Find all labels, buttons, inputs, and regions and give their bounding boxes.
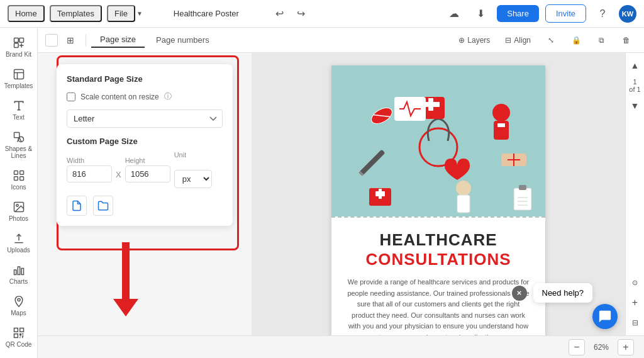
arrow-shaft bbox=[122, 242, 130, 299]
page-up-button[interactable]: ▲ bbox=[628, 58, 643, 73]
document-title-input[interactable] bbox=[148, 6, 265, 21]
cloud-sync-icon[interactable]: ☁ bbox=[444, 4, 464, 24]
height-input[interactable] bbox=[125, 165, 170, 182]
sidebar-item-uploads[interactable]: Uploads bbox=[3, 228, 35, 257]
undo-button[interactable]: ↩ bbox=[270, 4, 290, 24]
svg-rect-44 bbox=[519, 185, 526, 190]
svg-rect-11 bbox=[19, 177, 23, 181]
sidebar-item-templates[interactable]: Templates bbox=[3, 64, 35, 93]
invite-button[interactable]: Invite bbox=[545, 4, 586, 23]
standard-page-size-title: Standard Page Size bbox=[67, 74, 223, 84]
svg-rect-16 bbox=[21, 269, 23, 275]
main-area: Brand Kit Templates Text Shapes & Lines … bbox=[0, 28, 644, 358]
height-group: Height bbox=[125, 157, 170, 182]
sidebar-item-text[interactable]: Text bbox=[3, 96, 35, 125]
custom-page-size-title: Custom Page Size bbox=[67, 137, 223, 146]
info-icon[interactable]: ⓘ bbox=[164, 91, 172, 102]
zoom-in-icon[interactable]: + bbox=[628, 295, 643, 310]
svg-rect-7 bbox=[14, 133, 19, 138]
svg-rect-14 bbox=[14, 270, 16, 275]
svg-rect-19 bbox=[19, 328, 23, 332]
folder-open-icon-button[interactable] bbox=[93, 196, 113, 216]
templates-nav-item[interactable]: Templates bbox=[50, 5, 102, 22]
new-doc-icon bbox=[71, 200, 82, 211]
zoom-in-button[interactable]: + bbox=[618, 339, 634, 355]
zoom-out-button[interactable]: − bbox=[569, 339, 585, 355]
file-chevron-icon: ▼ bbox=[136, 10, 143, 17]
home-nav-item[interactable]: Home bbox=[8, 5, 45, 22]
svg-rect-43 bbox=[514, 188, 531, 210]
copy-icon[interactable]: ⧉ bbox=[591, 30, 611, 50]
align-button[interactable]: ⊟ Align bbox=[500, 33, 536, 47]
download-icon[interactable]: ⬇ bbox=[470, 4, 491, 24]
help-bubble: × Need help? bbox=[512, 283, 593, 303]
width-label: Width bbox=[67, 157, 112, 164]
grid-view-icon[interactable]: ⊟ bbox=[628, 315, 643, 330]
qrcode-icon bbox=[13, 327, 25, 339]
layers-button[interactable]: ⊕ Layers bbox=[453, 33, 495, 47]
sidebar-item-shapes-label: Shapes & Lines bbox=[5, 145, 33, 159]
svg-rect-10 bbox=[14, 177, 18, 181]
tab-page-size[interactable]: Page size bbox=[91, 32, 145, 48]
tab-page-numbers[interactable]: Page numbers bbox=[147, 33, 218, 47]
layers-label: Layers bbox=[467, 36, 490, 45]
chat-icon bbox=[598, 310, 612, 323]
new-page-icon-button[interactable] bbox=[67, 196, 87, 216]
charts-icon bbox=[13, 264, 25, 276]
svg-rect-42 bbox=[379, 189, 382, 199]
sidebar-item-uploads-label: Uploads bbox=[7, 247, 30, 254]
left-sidebar: Brand Kit Templates Text Shapes & Lines … bbox=[0, 28, 38, 358]
folder-open-icon bbox=[97, 200, 109, 211]
share-button[interactable]: Share bbox=[497, 5, 539, 22]
svg-rect-39 bbox=[457, 195, 470, 213]
page-indicator: 1 of 1 bbox=[629, 78, 640, 93]
unit-dropdown[interactable]: px in cm mm bbox=[174, 170, 212, 188]
sidebar-item-text-label: Text bbox=[13, 114, 24, 121]
redo-button[interactable]: ↪ bbox=[291, 4, 311, 24]
help-icon[interactable]: ? bbox=[592, 4, 613, 24]
doc-page-text-area: HEALTHCARE CONSULTATIONS We provide a ra… bbox=[331, 218, 545, 335]
resize-icon[interactable]: ⤡ bbox=[541, 30, 561, 50]
text-icon bbox=[13, 99, 25, 112]
maps-icon bbox=[13, 295, 25, 308]
svg-rect-18 bbox=[14, 328, 18, 332]
sidebar-item-charts[interactable]: Charts bbox=[3, 260, 35, 289]
sidebar-item-photos[interactable]: Photos bbox=[3, 197, 35, 226]
align-icon: ⊟ bbox=[505, 36, 511, 45]
width-input[interactable] bbox=[67, 165, 112, 182]
toolbar-right-actions: ⊕ Layers ⊟ Align ⤡ 🔒 ⧉ 🗑 bbox=[453, 30, 636, 50]
svg-point-17 bbox=[17, 298, 19, 301]
help-close-button[interactable]: × bbox=[512, 286, 527, 301]
annotation-arrow bbox=[113, 242, 138, 316]
scale-content-row: Scale content on resize ⓘ bbox=[67, 91, 223, 102]
file-menu[interactable]: File ▼ bbox=[107, 5, 143, 22]
sidebar-item-brand-kit[interactable]: Brand Kit bbox=[3, 33, 35, 62]
page-size-dropdown[interactable]: Letter A4 Legal Tabloid Custom bbox=[67, 109, 223, 128]
checkbox-toggle-button[interactable] bbox=[45, 34, 58, 47]
right-sidebar: ▲ 1 of 1 ▼ ⊙ + ⊟ bbox=[625, 53, 644, 335]
page-size-panel: Standard Page Size Scale content on resi… bbox=[57, 64, 233, 226]
svg-rect-8 bbox=[14, 171, 18, 175]
chat-button[interactable] bbox=[592, 304, 618, 329]
sidebar-item-qrcode[interactable]: QR Code bbox=[3, 323, 35, 352]
icons-icon bbox=[13, 169, 25, 182]
trash-icon[interactable]: 🗑 bbox=[616, 30, 636, 50]
templates-icon bbox=[13, 68, 25, 81]
fit-screen-icon[interactable]: ⊙ bbox=[628, 275, 643, 290]
lock-icon[interactable]: 🔒 bbox=[566, 30, 586, 50]
toolbar-strip: ⊞ Page size Page numbers ⊕ Layers ⊟ Alig… bbox=[38, 28, 644, 53]
grid-toggle-button[interactable]: ⊞ bbox=[60, 30, 80, 50]
sidebar-item-shapes[interactable]: Shapes & Lines bbox=[3, 127, 35, 163]
sidebar-item-charts-label: Charts bbox=[9, 278, 28, 285]
svg-point-13 bbox=[16, 204, 18, 206]
svg-rect-20 bbox=[14, 334, 18, 338]
sidebar-item-maps-label: Maps bbox=[11, 310, 26, 316]
layers-icon: ⊕ bbox=[458, 36, 465, 45]
scale-content-checkbox[interactable] bbox=[67, 92, 75, 101]
avatar[interactable]: KW bbox=[619, 5, 636, 23]
file-nav-item[interactable]: File bbox=[107, 5, 135, 22]
unit-group: Unit px in cm mm bbox=[174, 151, 212, 188]
page-down-button[interactable]: ▼ bbox=[628, 98, 643, 113]
sidebar-item-maps[interactable]: Maps bbox=[3, 291, 35, 320]
sidebar-item-icons[interactable]: Icons bbox=[3, 165, 35, 194]
